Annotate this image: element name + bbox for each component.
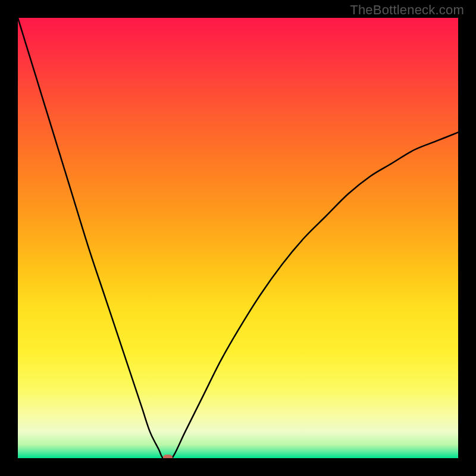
bottleneck-curve-path bbox=[18, 18, 458, 458]
plot-area bbox=[18, 18, 458, 458]
curve-svg bbox=[18, 18, 458, 458]
current-point-marker bbox=[163, 455, 173, 458]
watermark-text: TheBottleneck.com bbox=[350, 2, 464, 18]
chart-frame: TheBottleneck.com bbox=[0, 0, 476, 476]
